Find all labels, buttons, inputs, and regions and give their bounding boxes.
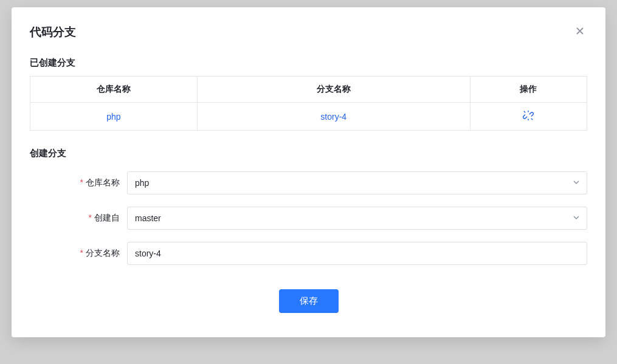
unlink-icon[interactable]	[523, 110, 534, 121]
label-branch: *分支名称	[30, 248, 127, 259]
required-mark: *	[89, 213, 92, 222]
close-icon	[575, 25, 585, 38]
modal-header: 代码分支	[30, 24, 587, 40]
existing-branches-title: 已创建分支	[30, 57, 587, 69]
col-header-repo: 仓库名称	[30, 77, 198, 103]
repo-select[interactable]: php	[127, 171, 587, 194]
form-actions: 保存	[30, 289, 587, 313]
required-mark: *	[80, 248, 83, 258]
label-from: *创建自	[30, 213, 127, 224]
code-branch-modal: 代码分支 已创建分支 仓库名称 分支名称 操作 php story-4	[12, 7, 605, 337]
save-button[interactable]: 保存	[279, 289, 339, 313]
form-row-branch: *分支名称	[30, 242, 587, 265]
col-header-action: 操作	[470, 77, 587, 103]
repo-link[interactable]: php	[106, 112, 120, 122]
branch-name-input[interactable]	[127, 242, 587, 265]
close-button[interactable]	[573, 24, 587, 39]
col-header-branch: 分支名称	[197, 77, 470, 103]
table-row: php story-4	[30, 103, 587, 131]
from-select[interactable]: master	[127, 207, 587, 230]
form-row-from: *创建自 master	[30, 207, 587, 230]
label-repo: *仓库名称	[30, 177, 127, 188]
create-branch-title: 创建分支	[30, 148, 587, 159]
branch-link[interactable]: story-4	[320, 112, 346, 122]
form-row-repo: *仓库名称 php	[30, 171, 587, 194]
modal-title: 代码分支	[30, 24, 76, 40]
existing-branches-table: 仓库名称 分支名称 操作 php story-4	[30, 76, 587, 131]
required-mark: *	[80, 177, 83, 187]
